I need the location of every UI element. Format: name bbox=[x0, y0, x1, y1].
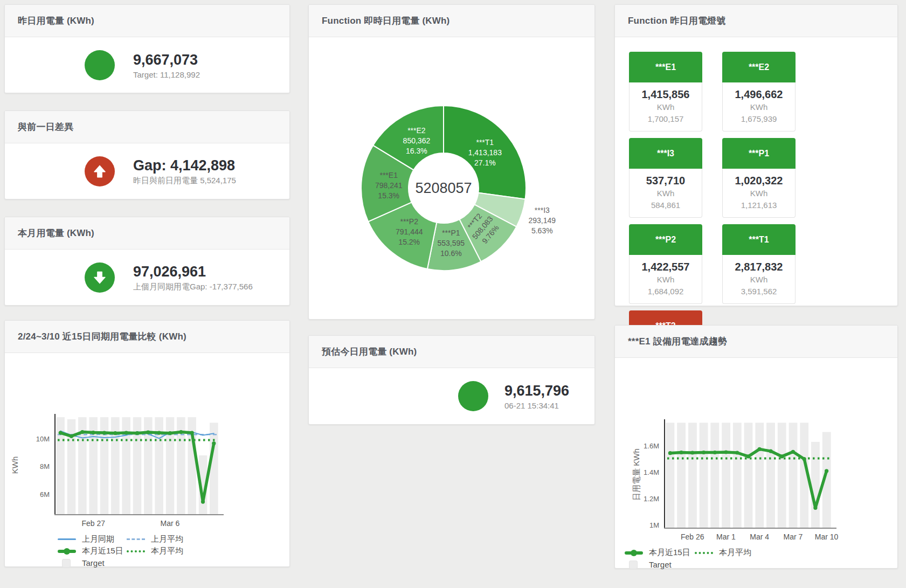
panel-title[interactable]: 本月用電量 (KWh) bbox=[18, 227, 94, 239]
tile-body: 2,817,832KWh3,591,562 bbox=[722, 255, 796, 304]
panel-title[interactable]: ***E1 設備用電達成趨勢 bbox=[628, 335, 727, 348]
e1-trend-legend: 本月近15日本月平均Target bbox=[625, 547, 897, 570]
series-point bbox=[769, 449, 772, 453]
legend-item-green-dot[interactable]: 本月平均 bbox=[695, 548, 765, 558]
panel-body: 97,026,961 上個月同期用電Gap: -17,377,566 bbox=[5, 250, 289, 305]
tile-target: 3,591,562 bbox=[723, 286, 795, 298]
series-point bbox=[80, 430, 84, 434]
tile-body: 537,710KWh584,861 bbox=[629, 169, 702, 218]
series-point bbox=[735, 451, 739, 454]
legend-label: 上月同期 bbox=[82, 534, 114, 544]
legend-swatch-blue-dash bbox=[127, 538, 145, 540]
today-estimate-timestamp: 06-21 15:34:41 bbox=[504, 401, 569, 410]
status-tile-p2: ***P21,422,557KWh1,684,092 bbox=[629, 224, 702, 304]
today-estimate-value: 9,615,796 bbox=[504, 382, 569, 399]
series-point bbox=[791, 450, 795, 454]
status-circle-green bbox=[85, 50, 115, 80]
tile-value: 537,710 bbox=[630, 174, 702, 188]
series-point bbox=[668, 451, 672, 455]
series-point bbox=[690, 451, 694, 454]
tile-unit: KWh bbox=[630, 188, 702, 199]
panel-title[interactable]: Function 即時日用電量 (KWh) bbox=[322, 15, 449, 27]
panel-day-gap: 與前一日差異 Gap: 4,142,898 昨日與前日用電量 5,524,175 bbox=[4, 110, 290, 199]
panel-title[interactable]: 預估今日用電量 (KWh) bbox=[322, 345, 417, 358]
target-bar bbox=[210, 423, 218, 514]
series-point bbox=[113, 431, 117, 435]
status-tile-i3: ***I3537,710KWh584,861 bbox=[629, 138, 702, 218]
tile-target: 584,861 bbox=[630, 199, 702, 211]
status-tile-e2: ***E21,496,662KWh1,675,939 bbox=[722, 52, 796, 132]
panel-header: 2/24~3/10 近15日同期用電量比較 (KWh) bbox=[5, 321, 289, 353]
tile-body: 1,020,322KWh1,121,613 bbox=[722, 169, 796, 218]
legend-swatch-gray-box bbox=[629, 561, 638, 569]
panel-yesterday-usage: 昨日用電量 (KWh) 9,667,073 Target: 11,128,992 bbox=[4, 4, 290, 93]
stat-row: 9,667,073 Target: 11,128,992 bbox=[5, 37, 289, 93]
legend-row: 上月同期上月平均 bbox=[58, 534, 289, 545]
series-point bbox=[157, 431, 161, 435]
tile-target: 1,684,092 bbox=[630, 286, 702, 298]
arrow-down-icon bbox=[92, 269, 108, 286]
donut-label-i3: ***I3293,1495.63% bbox=[528, 206, 556, 235]
legend-row: Target bbox=[58, 557, 289, 569]
tile-value: 2,817,832 bbox=[723, 260, 795, 274]
tile-value: 1,422,557 bbox=[630, 260, 702, 274]
panel-header: 與前一日差異 bbox=[5, 111, 289, 143]
x-tick-label: Mar 10 bbox=[815, 532, 839, 541]
panel-header: Function 昨日用電燈號 bbox=[615, 5, 897, 37]
target-bar bbox=[688, 423, 697, 528]
legend-swatch-green-thick bbox=[625, 551, 643, 555]
panel-title[interactable]: 昨日用電量 (KWh) bbox=[18, 15, 94, 27]
series-point bbox=[813, 506, 817, 510]
panel-title[interactable]: 2/24~3/10 近15日同期用電量比較 (KWh) bbox=[18, 330, 186, 343]
tile-unit: KWh bbox=[723, 188, 795, 199]
series-point bbox=[825, 469, 828, 473]
tile-unit: KWh bbox=[723, 101, 795, 113]
dashboard: 昨日用電量 (KWh) 9,667,073 Target: 11,128,992… bbox=[0, 0, 906, 588]
panel-body: Gap: 4,142,898 昨日與前日用電量 5,524,175 bbox=[5, 143, 289, 199]
y-tick-label: 8M bbox=[40, 462, 50, 471]
x-tick-label: Mar 1 bbox=[716, 532, 736, 541]
legend-item-blue-line[interactable]: 上月同期 bbox=[58, 534, 127, 544]
y-tick-label: 1.4M bbox=[644, 468, 659, 476]
target-bar bbox=[677, 423, 686, 528]
target-bar bbox=[733, 423, 742, 528]
tile-unit: KWh bbox=[630, 274, 702, 286]
status-tile-p1: ***P11,020,322KWh1,121,613 bbox=[722, 138, 796, 218]
panel-title[interactable]: 與前一日差異 bbox=[18, 121, 73, 133]
panel-lights: Function 昨日用電燈號 ***E11,415,856KWh1,700,1… bbox=[614, 4, 898, 306]
legend-row: Target bbox=[625, 559, 897, 570]
panel-header: 昨日用電量 (KWh) bbox=[5, 5, 289, 37]
panel-title[interactable]: Function 昨日用電燈號 bbox=[628, 15, 725, 27]
legend-item-green-dot[interactable]: 本月平均 bbox=[127, 546, 196, 556]
tile-label: ***E2 bbox=[722, 52, 796, 82]
status-circle-green bbox=[458, 381, 488, 411]
panel-body: 9,667,073 Target: 11,128,992 bbox=[5, 37, 289, 93]
series-point bbox=[70, 434, 73, 438]
legend-item-green-thick[interactable]: 本月近15日 bbox=[58, 546, 127, 556]
series-point bbox=[146, 431, 150, 434]
x-tick-label: Feb 26 bbox=[681, 532, 704, 541]
series-point bbox=[803, 457, 806, 461]
x-tick-label: Mar 4 bbox=[750, 532, 769, 541]
legend-label: 本月近15日 bbox=[82, 546, 123, 556]
legend-item-blue-dash[interactable]: 上月平均 bbox=[127, 534, 196, 544]
legend-item-gray-box[interactable]: Target bbox=[625, 560, 695, 569]
legend-item-green-thick[interactable]: 本月近15日 bbox=[625, 548, 695, 558]
stat-row: 97,026,961 上個月同期用電Gap: -17,377,566 bbox=[5, 250, 289, 305]
series-point bbox=[758, 447, 762, 451]
panel-body: 9,615,796 06-21 15:34:41 bbox=[309, 368, 594, 424]
target-bar bbox=[766, 423, 775, 528]
panel-header: Function 即時日用電量 (KWh) bbox=[309, 5, 594, 37]
tile-value: 1,415,856 bbox=[630, 87, 702, 101]
compare-trend-chart: 6M8M10MFeb 27Mar 6KWh bbox=[5, 353, 289, 529]
series-point bbox=[135, 431, 139, 435]
legend-label: Target bbox=[649, 560, 672, 569]
series-point bbox=[102, 431, 106, 435]
tile-target: 1,121,613 bbox=[723, 199, 795, 211]
tile-target: 1,675,939 bbox=[723, 113, 795, 125]
legend-label: Target bbox=[82, 558, 105, 568]
panel-compare-trend: 2/24~3/10 近15日同期用電量比較 (KWh) 6M8M10MFeb 2… bbox=[4, 320, 290, 567]
legend-item-gray-box[interactable]: Target bbox=[58, 558, 127, 568]
panel-header: 預估今日用電量 (KWh) bbox=[309, 336, 594, 368]
panel-today-estimate: 預估今日用電量 (KWh) 9,615,796 06-21 15:34:41 bbox=[308, 335, 595, 425]
